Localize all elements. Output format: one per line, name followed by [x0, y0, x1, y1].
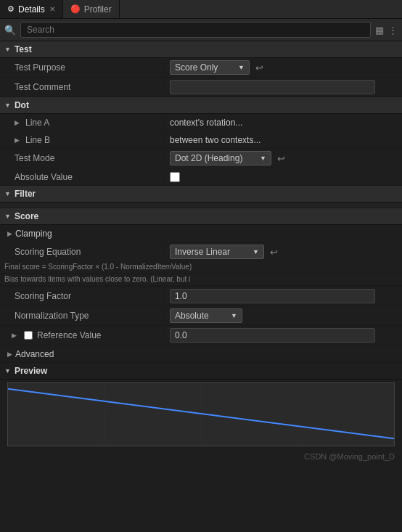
preview-canvas — [7, 382, 395, 446]
tab-close-button[interactable]: ✕ — [49, 5, 55, 13]
line-a-expand-icon[interactable]: ▶ — [15, 119, 20, 126]
clamping-row[interactable]: ▶ Clamping — [0, 225, 402, 242]
preview-section-header[interactable]: ▼ Preview — [0, 363, 402, 380]
scoring-equation-value: Inverse Linear ▼ ↩ — [165, 242, 402, 261]
dot-section-arrow: ▼ — [4, 102, 11, 109]
clamping-expand-icon[interactable]: ▶ — [7, 230, 12, 237]
tab-profiler-label: Profiler — [84, 4, 112, 15]
scoring-factor-input[interactable] — [170, 289, 375, 303]
clamping-label: Clamping — [15, 229, 52, 239]
scoring-factor-row: Scoring Factor — [0, 287, 402, 306]
filter-section-arrow: ▼ — [4, 190, 11, 197]
test-mode-label: Test Mode — [0, 150, 165, 166]
scoring-factor-label: Scoring Factor — [0, 288, 165, 304]
search-bar: 🔍 ▦ ⋮ — [0, 19, 402, 41]
filter-section-header[interactable]: ▼ Filter — [0, 186, 402, 202]
reference-value-checkbox[interactable] — [24, 331, 33, 340]
absolute-value-label: Absolute Value — [0, 169, 165, 185]
normalization-type-selected: Absolute — [175, 311, 209, 321]
test-mode-reset-icon[interactable]: ↩ — [277, 153, 285, 164]
scoring-equation-arrow-icon: ▼ — [253, 248, 259, 255]
watermark: CSDN @Moving_point_D — [0, 449, 402, 464]
test-section-label: Test — [15, 44, 32, 54]
dot-section-header[interactable]: ▼ Dot — [0, 97, 402, 114]
scoring-equation-desc1: Final score = ScoringFactor × (1.0 - Nor… — [0, 261, 402, 274]
test-purpose-dropdown[interactable]: Score Only ▼ — [170, 60, 250, 75]
score-section-arrow: ▼ — [4, 213, 11, 220]
dot-section-label: Dot — [15, 100, 29, 110]
line-a-static-val: context's rotation... — [170, 118, 242, 128]
more-options-icon[interactable]: ⋮ — [388, 25, 398, 36]
test-purpose-row: Test Purpose Score Only ▼ ↩ — [0, 58, 402, 78]
score-section-label: Score — [15, 211, 38, 221]
test-comment-input[interactable] — [170, 80, 375, 94]
tab-details-label: Details — [18, 4, 45, 15]
search-icon: 🔍 — [4, 25, 16, 36]
test-mode-dropdown[interactable]: Dot 2D (Heading) ▼ — [170, 151, 271, 165]
line-a-label: ▶ Line A — [0, 115, 165, 131]
line-a-value: context's rotation... — [165, 115, 402, 130]
preview-section-arrow: ▼ — [4, 367, 11, 375]
test-purpose-value: Score Only ▼ ↩ — [165, 58, 402, 77]
test-purpose-arrow-icon: ▼ — [238, 64, 245, 71]
scoring-equation-selected: Inverse Linear — [175, 247, 230, 257]
test-mode-selected: Dot 2D (Heading) — [175, 153, 242, 163]
test-section-header[interactable]: ▼ Test — [0, 41, 402, 58]
filter-empty-row — [0, 202, 402, 208]
filter-section-label: Filter — [15, 189, 36, 199]
test-comment-value — [165, 78, 402, 97]
normalization-type-value: Absolute ▼ — [165, 306, 402, 325]
reference-value-row: ▶ Reference Value — [0, 326, 402, 345]
reference-value-label: ▶ Reference Value — [0, 327, 165, 343]
tab-details[interactable]: ⚙ Details ✕ — [0, 0, 63, 18]
reference-value-expand-icon[interactable]: ▶ — [12, 332, 17, 339]
line-b-value: between two contexts... — [165, 133, 402, 147]
test-comment-row: Test Comment — [0, 78, 402, 97]
test-mode-arrow-icon: ▼ — [260, 155, 266, 162]
search-input[interactable] — [20, 22, 371, 38]
normalization-type-dropdown[interactable]: Absolute ▼ — [170, 308, 242, 323]
reference-value-input[interactable] — [170, 328, 375, 343]
line-a-row: ▶ Line A context's rotation... — [0, 114, 402, 131]
tab-bar: ⚙ Details ✕ 🔴 Profiler — [0, 0, 402, 19]
test-purpose-label: Test Purpose — [0, 60, 165, 75]
scoring-equation-desc2: Bias towards items with values close to … — [0, 274, 402, 286]
test-purpose-selected: Score Only — [175, 62, 218, 73]
normalization-type-arrow-icon: ▼ — [231, 312, 237, 319]
test-comment-label: Test Comment — [0, 79, 165, 95]
score-section-header[interactable]: ▼ Score — [0, 208, 402, 225]
tab-profiler[interactable]: 🔴 Profiler — [63, 0, 120, 18]
normalization-type-label: Normalization Type — [0, 308, 165, 324]
scoring-equation-dropdown[interactable]: Inverse Linear ▼ — [170, 245, 264, 259]
reference-value-value — [165, 326, 402, 345]
profiler-icon: 🔴 — [70, 4, 81, 14]
preview-chart — [8, 383, 394, 446]
normalization-type-row: Normalization Type Absolute ▼ — [0, 306, 402, 326]
scoring-equation-label: Scoring Equation — [0, 244, 165, 260]
scoring-factor-value — [165, 287, 402, 306]
advanced-label: Advanced — [15, 349, 54, 359]
test-mode-value: Dot 2D (Heading) ▼ ↩ — [165, 149, 402, 168]
advanced-expand-icon[interactable]: ▶ — [7, 351, 12, 358]
test-purpose-reset-icon[interactable]: ↩ — [255, 62, 263, 73]
preview-section-label: Preview — [15, 366, 47, 376]
test-mode-row: Test Mode Dot 2D (Heading) ▼ ↩ — [0, 149, 402, 168]
scoring-equation-block: Scoring Equation Inverse Linear ▼ ↩ Fina… — [0, 242, 402, 287]
test-section-arrow: ▼ — [4, 46, 11, 53]
details-icon: ⚙ — [7, 4, 15, 14]
advanced-row[interactable]: ▶ Advanced — [0, 345, 402, 363]
scoring-equation-row: Scoring Equation Inverse Linear ▼ ↩ — [0, 242, 402, 261]
absolute-value-row: Absolute Value — [0, 168, 402, 186]
line-b-label: ▶ Line B — [0, 132, 165, 148]
absolute-value-value — [165, 170, 402, 184]
line-b-static-val: between two contexts... — [170, 135, 261, 145]
scoring-equation-reset-icon[interactable]: ↩ — [270, 247, 278, 258]
line-b-row: ▶ Line B between two contexts... — [0, 131, 402, 149]
absolute-value-checkbox[interactable] — [170, 172, 180, 182]
grid-icon[interactable]: ▦ — [375, 25, 384, 36]
line-b-expand-icon[interactable]: ▶ — [15, 136, 20, 144]
